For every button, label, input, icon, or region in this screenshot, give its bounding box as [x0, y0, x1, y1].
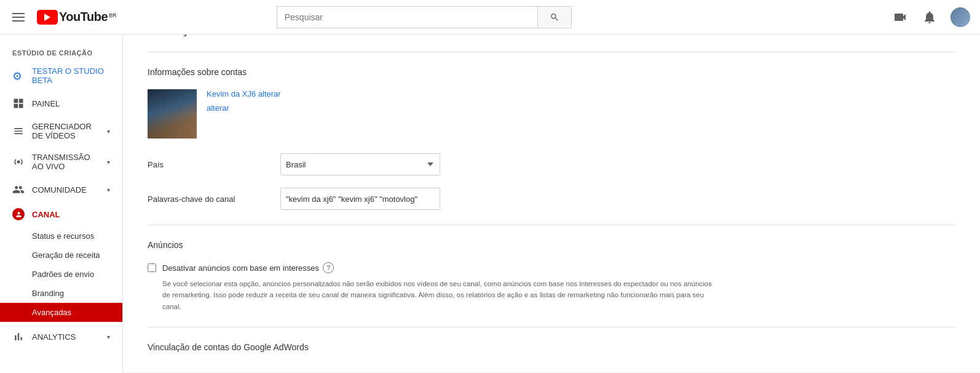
account-info-section: Informações sobre contas Kevim da XJ6 al…: [148, 67, 955, 210]
keywords-label: Palavras-chave do canal: [148, 195, 271, 204]
search-bar: [277, 6, 572, 28]
header-right: [891, 7, 970, 27]
search-button[interactable]: [537, 6, 572, 28]
keywords-input[interactable]: [280, 188, 440, 210]
account-info: Kevim da XJ6 alterar alterar: [148, 89, 955, 138]
divider-mid: [148, 225, 955, 225]
sidebar-sub-status[interactable]: Status e recursos: [0, 227, 122, 246]
ads-checkbox-label[interactable]: Desativar anúncios com base em interesse…: [162, 262, 334, 273]
channel-name-alter-link[interactable]: alterar: [258, 89, 281, 98]
gear-icon: [12, 70, 25, 82]
search-icon: [550, 12, 559, 22]
sidebar-item-canal-label: CANAL: [32, 210, 110, 219]
keywords-row: Palavras-chave do canal: [148, 188, 955, 210]
people-icon: [12, 183, 25, 196]
channel-thumbnail-wrapper[interactable]: [148, 89, 197, 138]
sidebar-item-canal[interactable]: CANAL: [0, 202, 122, 227]
sidebar-sub-padroes[interactable]: Padrões de envio: [0, 265, 122, 284]
divider-top: [148, 52, 955, 52]
avatar[interactable]: [950, 7, 970, 27]
sidebar-sub-avancadas[interactable]: Avançadas: [0, 303, 122, 322]
sidebar-item-testar-studio[interactable]: TESTAR O STUDIO BETA: [0, 60, 122, 91]
sidebar: ESTÚDIO DE CRIAÇÃO TESTAR O STUDIO BETA …: [0, 34, 123, 372]
sidebar-item-label: COMUNIDADE: [32, 185, 100, 195]
country-select[interactable]: Brasil Portugal Estados Unidos: [280, 153, 440, 175]
ads-checkbox-text: Desativar anúncios com base em interesse…: [162, 263, 319, 273]
sidebar-sub-branding[interactable]: Branding: [0, 284, 122, 303]
svg-point-0: [17, 161, 20, 164]
chevron-down-icon: ▾: [107, 334, 110, 340]
sidebar-item-transmissao[interactable]: TRANSMISSÃO AO VIVO ▾: [0, 146, 122, 177]
sidebar-item-painel[interactable]: PAINEL: [0, 91, 122, 116]
upload-icon[interactable]: [891, 9, 909, 26]
avatar-image: [950, 7, 970, 27]
channel-alter-link[interactable]: alterar: [207, 103, 281, 113]
sidebar-item-label: PAINEL: [32, 99, 110, 108]
bar-chart-icon: [12, 331, 25, 343]
sidebar-item-label: GERENCIADOR DE VÍDEOS: [32, 122, 100, 140]
ads-checkbox[interactable]: [148, 263, 156, 272]
youtube-logo-badge: BR: [109, 12, 117, 18]
country-label: País: [148, 160, 271, 169]
youtube-logo[interactable]: YouTube BR: [37, 10, 117, 25]
channel-name: Kevim da XJ6: [207, 89, 256, 98]
person-circle-icon: [12, 208, 25, 220]
youtube-logo-text: YouTube: [59, 10, 108, 24]
sidebar-item-label: TRANSMISSÃO AO VIVO: [32, 153, 100, 171]
list-icon: [12, 125, 25, 137]
header: YouTube BR: [0, 0, 980, 34]
search-input[interactable]: [277, 6, 537, 28]
ads-description: Se você selecionar esta opção, anúncios …: [162, 278, 716, 312]
divider-bottom: [148, 327, 955, 327]
channel-name-row: Kevim da XJ6 alterar: [207, 89, 281, 98]
hamburger-menu[interactable]: [10, 10, 27, 24]
chevron-down-icon: ▾: [107, 128, 110, 135]
sidebar-item-comunidade[interactable]: COMUNIDADE ▾: [0, 177, 122, 202]
ads-section: Anúncios Desativar anúncios com base em …: [148, 240, 955, 312]
ads-checkbox-row: Desativar anúncios com base em interesse…: [148, 262, 955, 273]
country-row: País Brasil Portugal Estados Unidos: [148, 153, 955, 175]
sidebar-item-gerenciador[interactable]: GERENCIADOR DE VÍDEOS ▾: [0, 116, 122, 146]
adwords-section: Vinculação de contas do Google AdWords: [148, 342, 955, 352]
account-info-title: Informações sobre contas: [148, 67, 955, 77]
youtube-logo-icon: [37, 10, 58, 25]
sidebar-item-analytics-label: ANALYTICS: [32, 332, 100, 342]
adwords-title: Vinculação de contas do Google AdWords: [148, 342, 955, 352]
main-content: Avançadas Informações sobre contas Kevim…: [123, 0, 980, 372]
channel-thumbnail: [148, 89, 197, 138]
sidebar-item-analytics[interactable]: ANALYTICS ▾: [0, 324, 122, 349]
chevron-down-icon: ▾: [107, 186, 110, 193]
chevron-down-icon: ▾: [107, 159, 110, 166]
grid-icon: [12, 97, 25, 110]
radio-icon: [12, 156, 25, 168]
sidebar-sub-receita[interactable]: Geração de receita: [0, 246, 122, 265]
sidebar-section-title: ESTÚDIO DE CRIAÇÃO: [0, 44, 122, 60]
help-icon[interactable]: ?: [323, 262, 334, 273]
channel-name-section: Kevim da XJ6 alterar alterar: [207, 89, 281, 113]
ads-title: Anúncios: [148, 240, 955, 250]
sidebar-item-label: TESTAR O STUDIO BETA: [32, 66, 110, 85]
notifications-icon[interactable]: [921, 9, 938, 26]
